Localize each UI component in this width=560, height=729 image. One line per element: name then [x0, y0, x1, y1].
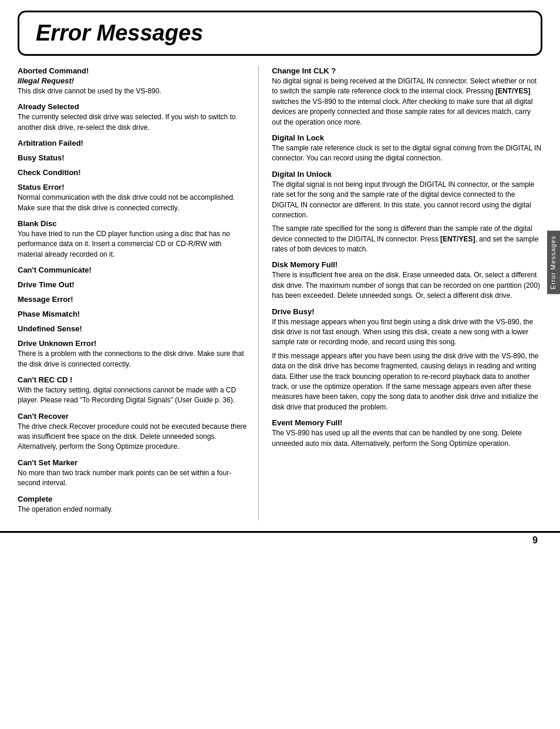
page-title: Error Messages [36, 21, 524, 46]
entry-body: The sample rate specified for the song i… [272, 224, 542, 254]
list-item: Event Memory Full!The VS-890 has used up… [272, 418, 542, 449]
entry-heading: Check Condition! [18, 168, 248, 177]
list-item: Drive Busy!If this message appears when … [272, 307, 542, 413]
entry-body: If this message appears when you first b… [272, 317, 542, 348]
entry-heading: Change Int CLK ? [272, 66, 542, 75]
list-item: Arbitration Failed! [18, 139, 248, 147]
left-column: Aborted Command!Illegal Request!This dis… [18, 66, 259, 520]
list-item: Digital In UnlockThe digital signal is n… [272, 170, 542, 255]
entry-body: The digital signal is not being input th… [272, 180, 542, 221]
entry-body: The sample rate reference clock is set t… [272, 143, 542, 164]
list-item: Can't Set MarkerNo more than two track n… [18, 458, 248, 489]
list-item: Can't RecoverThe drive check Recover pro… [18, 412, 248, 452]
list-item: Illegal Request!This disk drive cannot b… [18, 76, 248, 96]
bottom-bar: 9 [0, 531, 560, 548]
entry-body: This disk drive cannot be used by the VS… [18, 86, 248, 96]
entry-heading: Message Error! [18, 295, 248, 304]
entry-heading: Drive Unknown Error! [18, 339, 248, 348]
entry-heading: Disk Memory Full! [272, 260, 542, 269]
entry-heading: Drive Busy! [272, 307, 542, 316]
side-tab: Error Messages [547, 231, 560, 294]
list-item: Change Int CLK ?No digital signal is bei… [272, 66, 542, 127]
list-item: Digital In LockThe sample rate reference… [272, 133, 542, 164]
list-item: Check Condition! [18, 168, 248, 177]
list-item: Aborted Command!Illegal Request!This dis… [18, 66, 248, 96]
entry-heading: Status Error! [18, 183, 248, 192]
entry-body: The drive check Recover procedure could … [18, 422, 248, 452]
entry-heading: Can't REC CD ! [18, 375, 248, 384]
page-number: 9 [532, 535, 538, 546]
entry-body: There is a problem with the connections … [18, 349, 248, 369]
list-item: Already SelectedThe currently selected d… [18, 102, 248, 133]
list-item: Status Error!Normal communication with t… [18, 183, 248, 213]
entry-heading: Digital In Lock [272, 133, 542, 142]
entry-heading: Undefined Sense! [18, 324, 248, 333]
page: Error Messages Aborted Command!Illegal R… [0, 11, 560, 729]
entry-body: With the factory setting, digital connec… [18, 385, 248, 406]
entry-body: Normal communication with the disk drive… [18, 193, 248, 213]
entry-heading: Busy Status! [18, 153, 248, 162]
entry-heading: Can't Communicate! [18, 266, 248, 274]
entry-body: There is insufficient free area on the d… [272, 270, 542, 301]
list-item: Can't REC CD !With the factory setting, … [18, 375, 248, 406]
right-column: Error Messages Change Int CLK ?No digita… [259, 66, 542, 520]
entry-body: If this message appears after you have b… [272, 351, 542, 412]
entry-heading: Blank Disc [18, 219, 248, 228]
entry-body: No more than two track number mark point… [18, 468, 248, 489]
entry-body: The VS-890 has used up all the events th… [272, 428, 542, 449]
entry-heading: Complete [18, 495, 248, 503]
entry-heading: Can't Recover [18, 412, 248, 421]
columns-area: Aborted Command!Illegal Request!This dis… [18, 66, 542, 520]
list-item: CompleteThe operation ended normally. [18, 495, 248, 515]
entry-heading: Drive Time Out! [18, 280, 248, 289]
list-item: Disk Memory Full!There is insufficient f… [272, 260, 542, 301]
title-box: Error Messages [18, 11, 542, 56]
entry-body: The operation ended normally. [18, 505, 248, 515]
entry-body: You have tried to run the CD player func… [18, 229, 248, 260]
entry-heading: Arbitration Failed! [18, 139, 248, 147]
list-item: Phase Mismatch! [18, 310, 248, 318]
list-item: Blank DiscYou have tried to run the CD p… [18, 219, 248, 260]
entry-heading: Aborted Command! [18, 66, 248, 75]
entry-body: No digital signal is being received at t… [272, 76, 542, 127]
entry-heading: Can't Set Marker [18, 458, 248, 467]
list-item: Can't Communicate! [18, 266, 248, 274]
entry-heading: Already Selected [18, 102, 248, 111]
entry-heading: Phase Mismatch! [18, 310, 248, 318]
list-item: Busy Status! [18, 153, 248, 162]
list-item: Drive Time Out! [18, 280, 248, 289]
list-item: Undefined Sense! [18, 324, 248, 333]
entry-heading: Illegal Request! [18, 76, 248, 85]
entry-body: The currently selected disk drive was se… [18, 112, 248, 133]
entry-heading: Event Memory Full! [272, 418, 542, 427]
entry-heading: Digital In Unlock [272, 170, 542, 179]
list-item: Message Error! [18, 295, 248, 304]
list-item: Drive Unknown Error!There is a problem w… [18, 339, 248, 369]
